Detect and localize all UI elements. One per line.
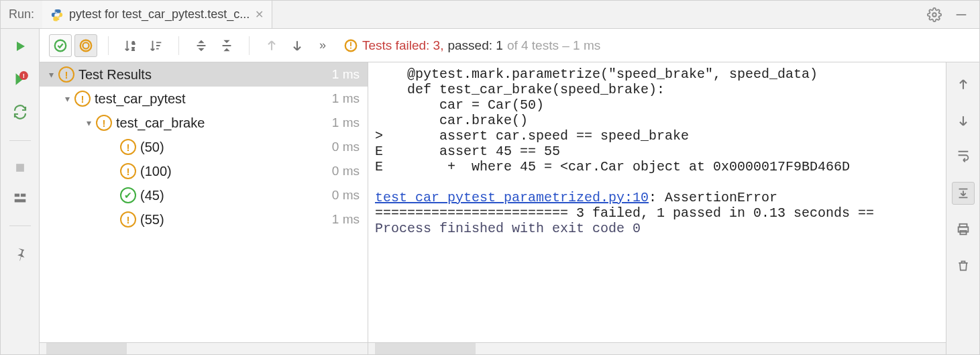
minimize-icon[interactable]	[954, 7, 969, 22]
tree-file-time: 1 ms	[332, 91, 360, 106]
chevron-down-icon[interactable]: ▾	[81, 117, 96, 128]
tree-case-time: 1 ms	[332, 212, 360, 227]
tree-file-label: test_car_pytest	[95, 91, 186, 107]
svg-rect-14	[350, 42, 351, 46]
tree-func-label: test_car_brake	[116, 115, 205, 131]
sort-duration-icon[interactable]	[145, 34, 168, 57]
close-tab-icon[interactable]: ✕	[255, 8, 264, 21]
chevron-down-icon[interactable]: ▾	[44, 69, 58, 80]
run-tool-window: Run: pytest for test_car_pytest.test_c..…	[0, 0, 980, 355]
console-line: : AssertionError	[649, 190, 777, 205]
svg-rect-4	[16, 164, 24, 172]
tree-case-row[interactable]: ! (100) 0 ms	[40, 159, 368, 183]
tree-func-time: 1 ms	[332, 115, 360, 130]
tree-case-row[interactable]: ✔ (45) 0 ms	[40, 183, 368, 207]
console-output[interactable]: @pytest.mark.parametrize("speed_brake", …	[368, 62, 946, 342]
svg-point-0	[932, 13, 936, 17]
tree-case-label: (50)	[140, 140, 164, 155]
tree-func-row[interactable]: ▾ ! test_car_brake 1 ms	[40, 111, 368, 135]
soft-wrap-icon[interactable]	[952, 146, 975, 168]
show-passed-toggle[interactable]	[49, 34, 72, 57]
summary-tail: of 4 tests – 1 ms	[507, 38, 600, 53]
more-icon[interactable]: »	[311, 34, 334, 57]
tree-case-row[interactable]: ! (55) 1 ms	[40, 207, 368, 232]
chevron-down-icon[interactable]: ▾	[60, 93, 74, 104]
layout-icon[interactable]	[13, 191, 28, 205]
left-tool-column: !	[1, 29, 40, 354]
status-warn-icon: !	[74, 91, 91, 107]
right-tool-column	[946, 62, 979, 354]
down-arrow-icon[interactable]	[952, 109, 975, 132]
svg-text:z: z	[132, 46, 135, 52]
svg-rect-1	[957, 14, 967, 15]
svg-text:!: !	[22, 72, 24, 79]
status-warn-icon: !	[58, 66, 74, 83]
tree-scrollbar[interactable]	[40, 342, 368, 354]
status-warn-icon: !	[120, 163, 136, 179]
header-bar: Run: pytest for test_car_pytest.test_c..…	[1, 1, 979, 29]
tree-case-label: (55)	[140, 212, 164, 227]
trash-icon[interactable]	[952, 254, 975, 277]
svg-rect-5	[14, 194, 19, 197]
pin-icon[interactable]	[13, 246, 28, 261]
console-exit-line: Process finished with exit code 0	[375, 221, 641, 236]
console-line: > assert car.speed == speed_brake	[375, 128, 689, 144]
tree-root-label: Test Results	[78, 67, 152, 83]
tree-case-time: 0 ms	[332, 164, 360, 179]
prev-failed-icon[interactable]	[260, 34, 283, 57]
show-ignored-toggle[interactable]	[74, 34, 97, 57]
summary-passed-label: passed:	[447, 38, 492, 52]
status-warn-icon	[343, 38, 358, 53]
console-scrollbar[interactable]	[368, 342, 946, 354]
test-tree-pane: ▾ ! Test Results 1 ms ▾ ! test_car_pytes…	[40, 62, 368, 354]
svg-point-10	[83, 42, 89, 48]
console-line: car = Car(50)	[375, 97, 544, 113]
status-warn-icon: !	[120, 211, 136, 227]
print-icon[interactable]	[952, 218, 975, 241]
tree-case-label: (100)	[140, 164, 172, 179]
tree-root-time: 1 ms	[332, 67, 360, 82]
test-toolbar: az » Tests failed:	[40, 29, 979, 62]
scroll-to-end-icon[interactable]	[952, 182, 975, 205]
console-source-link[interactable]: test_car_pytest_parametrized.py:10	[375, 190, 649, 205]
collapse-all-icon[interactable]	[215, 34, 238, 57]
rerun-failed-icon[interactable]: !	[11, 70, 29, 88]
tree-case-label: (45)	[140, 188, 164, 203]
up-arrow-icon[interactable]	[952, 73, 975, 96]
run-label: Run:	[3, 7, 42, 21]
tree-case-time: 0 ms	[332, 188, 360, 203]
svg-text:a: a	[132, 40, 135, 46]
svg-rect-7	[14, 199, 25, 203]
svg-rect-18	[960, 231, 966, 235]
run-config-tab[interactable]: pytest for test_car_pytest.test_c... ✕	[42, 1, 272, 28]
gear-icon[interactable]	[927, 7, 942, 22]
expand-all-icon[interactable]	[190, 34, 213, 57]
console-line: E + where 45 = <car.Car object at 0x0000…	[375, 159, 850, 174]
console-line: car.brake()	[375, 113, 528, 128]
tree-root-row[interactable]: ▾ ! Test Results 1 ms	[40, 62, 368, 87]
console-line: ======================== 3 failed, 1 pas…	[375, 205, 874, 221]
summary-failed-count: 3,	[433, 38, 444, 52]
svg-point-9	[80, 40, 92, 51]
tree-case-time: 0 ms	[332, 140, 360, 154]
tree-file-row[interactable]: ▾ ! test_car_pytest 1 ms	[40, 87, 368, 111]
console-line: E assert 45 == 55	[375, 144, 560, 159]
svg-rect-6	[20, 194, 25, 197]
toggle-auto-test-icon[interactable]	[12, 104, 28, 120]
svg-rect-15	[350, 47, 351, 48]
next-failed-icon[interactable]	[286, 34, 309, 57]
console-line: @pytest.mark.parametrize("speed_brake", …	[375, 66, 818, 82]
status-warn-icon: !	[96, 115, 112, 131]
run-icon[interactable]	[12, 38, 28, 54]
stop-icon[interactable]	[13, 161, 27, 174]
console-pane: @pytest.mark.parametrize("speed_brake", …	[368, 62, 946, 354]
run-config-tab-title: pytest for test_car_pytest.test_c...	[69, 7, 250, 21]
summary-failed-label: Tests failed:	[362, 38, 429, 52]
summary-passed-count: 1	[496, 38, 503, 52]
console-line: def test_car_brake(speed_brake):	[375, 82, 665, 97]
status-warn-icon: !	[120, 139, 136, 155]
python-file-icon	[50, 8, 64, 21]
sort-alpha-icon[interactable]: az	[119, 34, 142, 57]
tree-case-row[interactable]: ! (50) 0 ms	[40, 135, 368, 159]
status-pass-icon: ✔	[120, 187, 136, 203]
